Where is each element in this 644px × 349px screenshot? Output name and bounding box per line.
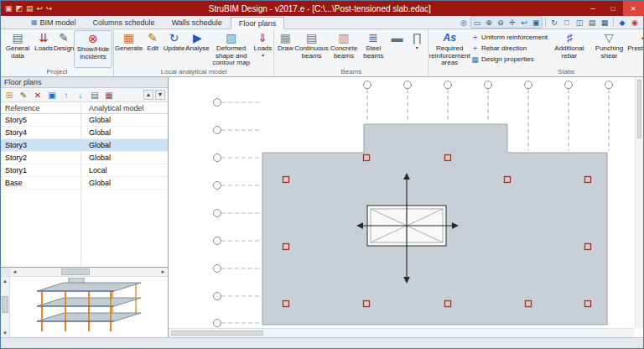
- general-data-button[interactable]: ▤ General data: [2, 30, 34, 68]
- scroll-down-icon[interactable]: ▼: [1, 329, 10, 337]
- sort-up-icon[interactable]: ▲: [143, 90, 153, 100]
- full-view-icon[interactable]: ▣: [530, 17, 542, 28]
- move-up-icon[interactable]: ↑: [60, 90, 72, 101]
- scrollbar-corner: [1, 268, 10, 277]
- edit-button[interactable]: ✎ Edit: [143, 30, 163, 68]
- window-frame-icon[interactable]: □: [561, 17, 573, 28]
- redo-icon[interactable]: ↪: [46, 3, 53, 14]
- required-reinforcement-button[interactable]: As Required reinforcement areas: [429, 30, 470, 68]
- print-icon[interactable]: ▤: [26, 3, 34, 14]
- contour-map-icon: ▨: [226, 31, 236, 45]
- zoom-out-icon[interactable]: ⊖: [495, 17, 506, 28]
- uniform-reinforcement-item[interactable]: ＋ Uniform reinforcement: [471, 33, 548, 42]
- view-toolbar: ◎ ▭ ⊕ ⊖ ✛ ↩ ▣ ↻ □ ◫ ▤ ▦ ◆ ◉: [458, 16, 643, 29]
- table-row[interactable]: Story2 Global: [1, 152, 168, 164]
- close-button[interactable]: ✕: [623, 1, 643, 16]
- pan-icon[interactable]: ✛: [506, 17, 518, 28]
- continuous-beams-button[interactable]: ▤ Continuous beams: [295, 30, 327, 68]
- rotate-vertical-scrollbar[interactable]: ▲ ▼: [1, 277, 10, 337]
- scroll-thumb[interactable]: [637, 80, 641, 138]
- concrete-beams-button[interactable]: ▥ Concrete beams: [328, 30, 360, 68]
- tab-columns-schedule[interactable]: Columns schedule: [85, 16, 164, 29]
- concrete-beams-icon: ▥: [338, 31, 349, 45]
- table-icon[interactable]: ▦: [103, 90, 115, 101]
- zoom-window-icon[interactable]: ▭: [471, 17, 483, 28]
- layers-icon[interactable]: ▤: [586, 17, 598, 28]
- additional-rebar-button[interactable]: ♯ Additional rebar: [549, 30, 589, 68]
- local-loads-button[interactable]: ⇓ Loads ▾: [252, 30, 273, 68]
- app-icon[interactable]: ▣: [5, 3, 13, 14]
- tab-bim-model[interactable]: ▦ BIM model: [23, 16, 85, 29]
- deformed-shape-button[interactable]: ▨ Deformed shape and contour map: [210, 30, 252, 68]
- group-label-local-model: Local analytical model: [115, 68, 273, 76]
- generate-button[interactable]: ▦ Generate: [115, 30, 143, 68]
- text-display-icon[interactable]: ▦: [599, 17, 610, 28]
- tab-walls-schedule[interactable]: Walls schedule: [164, 16, 231, 29]
- delete-floor-icon[interactable]: ✕: [32, 90, 44, 101]
- maximize-button[interactable]: □: [603, 1, 623, 16]
- scroll-thumb[interactable]: [61, 268, 90, 275]
- toolbar-separator: [545, 18, 546, 27]
- rebar-direction-item[interactable]: ＋ Rebar direction: [471, 44, 548, 53]
- plan-canvas[interactable]: [169, 77, 643, 337]
- canvas-vertical-scrollbar[interactable]: [635, 77, 643, 328]
- split-view-icon[interactable]: ◫: [574, 17, 585, 28]
- table-row-selected[interactable]: Story3 Global: [1, 139, 168, 152]
- draw-beam-button[interactable]: ▦ Draw: [275, 30, 295, 68]
- generate-icon: ▦: [123, 31, 134, 45]
- tab-floor-plans[interactable]: Floor plans: [231, 17, 285, 29]
- table-row[interactable]: Story4 Global: [1, 127, 168, 139]
- loads-icon: ⇊: [39, 31, 49, 45]
- copy-floor-icon[interactable]: ▣: [46, 90, 58, 101]
- scroll-right-icon[interactable]: ►: [158, 268, 168, 276]
- design-button[interactable]: ✎ Design: [54, 30, 74, 68]
- app-window: ▣ ◩ ▤ ↩ ↪ StruBIM Design - v2017.e - [C:…: [0, 0, 644, 349]
- main-area: Floor plans ⊞ ✎ ✕ ▣ ↑ ↓ ▤ ▦ ▲ ▼ Referenc…: [1, 77, 643, 337]
- punching-shear-button[interactable]: ▽ Punching shear: [589, 30, 630, 68]
- table-row[interactable]: Story1 Local: [1, 164, 168, 177]
- loads-button[interactable]: ⇊ Loads: [34, 30, 54, 68]
- rotate-horizontal-scrollbar[interactable]: ◄ ►: [10, 268, 168, 277]
- tab-label: BIM model: [40, 18, 76, 27]
- sort-buttons: ▲ ▼: [143, 90, 165, 100]
- continuous-beams-icon: ▤: [306, 31, 317, 45]
- slab-options-stack: ＋ Uniform reinforcement ＋ Rebar directio…: [470, 30, 549, 68]
- previous-view-icon[interactable]: ↩: [518, 17, 530, 28]
- ribbon-group-project: ▤ General data ⇊ Loads ✎ Design ⊗ Show/H…: [1, 29, 114, 76]
- ribbon-group-local-model: ▦ Generate ✎ Edit ↻ Update ▶ Analyse ▨: [114, 29, 275, 76]
- prestressed-button[interactable]: ⊲ Prestressed: [629, 30, 643, 68]
- beam-section-button[interactable]: ▬: [387, 30, 407, 68]
- scroll-left-icon[interactable]: ◄: [10, 268, 19, 276]
- search-icon[interactable]: ◎: [458, 17, 470, 28]
- sort-down-icon[interactable]: ▼: [155, 90, 165, 100]
- canvas-horizontal-scrollbar[interactable]: [169, 328, 635, 337]
- ribbon: ▤ General data ⇊ Loads ✎ Design ⊗ Show/H…: [1, 29, 643, 77]
- table-row[interactable]: Story5 Global: [1, 114, 168, 127]
- design-properties-item[interactable]: ▦ Design properties: [471, 55, 548, 64]
- edit-floor-icon[interactable]: ✎: [18, 90, 29, 101]
- minimize-button[interactable]: ─: [583, 1, 603, 16]
- save-icon[interactable]: ◩: [16, 3, 23, 14]
- beam-options-button[interactable]: ∏ ▾: [407, 30, 427, 68]
- scroll-thumb[interactable]: [171, 331, 263, 336]
- report-icon[interactable]: ▤: [89, 90, 101, 101]
- move-down-icon[interactable]: ↓: [75, 90, 86, 101]
- add-floor-icon[interactable]: ⊞: [3, 90, 15, 101]
- steel-beams-button[interactable]: ≣ Steel beams: [360, 30, 387, 68]
- table-row[interactable]: Base Global: [1, 177, 168, 190]
- design-properties-icon: ▦: [471, 55, 479, 64]
- design-icon: ✎: [59, 31, 69, 45]
- cype-logo-icon[interactable]: ◉: [629, 17, 641, 28]
- scroll-up-icon[interactable]: ▲: [1, 277, 10, 285]
- undo-icon[interactable]: ↩: [37, 3, 44, 14]
- render-icon[interactable]: ◆: [616, 17, 628, 28]
- show-hide-incidents-button[interactable]: ⊗ Show/Hide incidents: [74, 30, 112, 68]
- analyse-button[interactable]: ▶ Analyse: [185, 30, 210, 68]
- redraw-icon[interactable]: ↻: [548, 17, 560, 28]
- building-3d-drawing: [13, 278, 164, 336]
- punching-shear-icon: ▽: [605, 31, 614, 45]
- model-3d-view[interactable]: [10, 277, 168, 337]
- zoom-in-icon[interactable]: ⊕: [483, 17, 495, 28]
- scroll-thumb[interactable]: [2, 296, 8, 313]
- update-button[interactable]: ↻ Update: [163, 30, 185, 68]
